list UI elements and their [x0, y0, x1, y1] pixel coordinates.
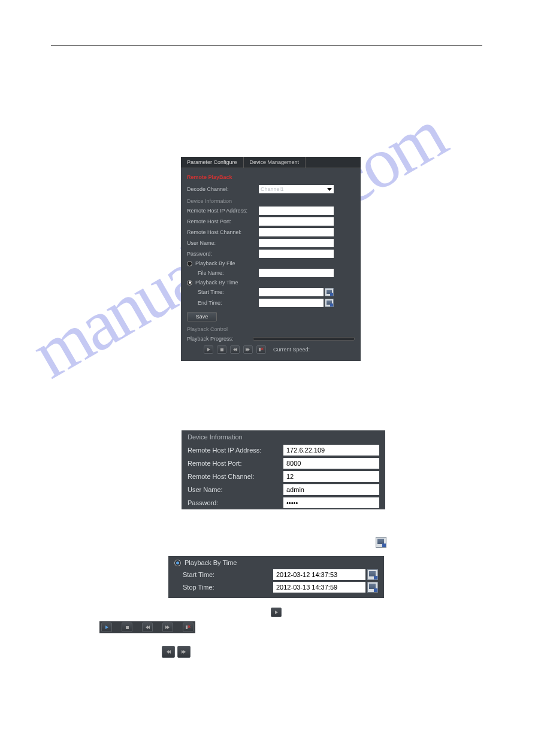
remote-playback-heading: Remote PlayBack [187, 174, 355, 180]
end-time-label: End Time: [187, 300, 259, 306]
playback-progress-label: Playback Progress: [187, 336, 253, 342]
calendar-icon[interactable] [325, 299, 334, 307]
playback-by-time-panel: Playback By Time Start Time: Stop Time: [168, 556, 384, 598]
rewind-button[interactable] [230, 345, 240, 354]
start-time-input[interactable] [259, 288, 324, 296]
start-time-label: Start Time: [187, 289, 259, 295]
rewind-icon [146, 626, 149, 629]
file-name-label: File Name: [187, 270, 259, 276]
user-name-input[interactable] [259, 239, 334, 247]
user-name-input[interactable] [283, 484, 379, 495]
stop-time-label: Stop Time: [174, 584, 273, 591]
user-name-label: User Name: [188, 486, 283, 493]
rewind-button[interactable] [142, 623, 153, 632]
fast-forward-button[interactable] [177, 646, 191, 658]
playback-control-heading: Playback Control [187, 326, 355, 332]
stop-button[interactable] [122, 623, 132, 632]
remote-host-ip-label: Remote Host IP Address: [188, 447, 283, 454]
play-icon [207, 348, 210, 351]
play-button[interactable] [204, 345, 213, 354]
mute-button[interactable] [256, 345, 266, 354]
play-button[interactable] [271, 608, 282, 617]
remote-host-ip-label: Remote Host IP Address: [187, 208, 259, 214]
playback-by-time-label: Playback By Time [195, 280, 238, 286]
remote-host-channel-input[interactable] [259, 228, 334, 236]
remote-host-port-input[interactable] [283, 458, 379, 469]
calendar-icon[interactable] [376, 537, 386, 548]
fast-forward-icon [182, 650, 186, 654]
calendar-icon[interactable] [367, 582, 378, 593]
remote-host-channel-label: Remote Host Channel: [187, 229, 259, 235]
decode-channel-value: Channel1 [261, 186, 284, 192]
chevron-down-icon [327, 188, 332, 191]
stop-time-input[interactable] [273, 582, 365, 593]
fast-forward-icon [246, 348, 250, 351]
playback-by-time-radio[interactable] [187, 280, 192, 286]
save-button[interactable]: Save [187, 312, 217, 321]
end-time-input[interactable] [259, 299, 324, 307]
rewind-icon [167, 650, 170, 654]
rewind-icon [233, 348, 237, 351]
parameter-configure-panel: Parameter Configure Device Management Re… [181, 157, 361, 361]
play-button[interactable] [101, 623, 112, 632]
calendar-icon[interactable] [367, 569, 378, 580]
password-input[interactable] [259, 250, 334, 258]
device-information-heading: Device Information [187, 198, 355, 204]
password-label: Password: [188, 499, 283, 506]
remote-host-ip-input[interactable] [283, 445, 379, 456]
playback-progress-bar[interactable] [253, 337, 355, 341]
device-information-panel: Device Information Remote Host IP Addres… [182, 430, 385, 509]
remote-host-port-label: Remote Host Port: [187, 218, 259, 224]
playback-by-time-label: Playback By Time [185, 559, 237, 566]
playback-by-time-radio[interactable] [174, 560, 181, 566]
mute-icon [259, 347, 264, 352]
stop-icon [220, 348, 223, 351]
playback-by-file-radio[interactable] [187, 261, 192, 266]
tab-device-management[interactable]: Device Management [244, 157, 306, 168]
remote-host-channel-input[interactable] [283, 471, 379, 482]
fast-forward-button[interactable] [243, 345, 253, 354]
speed-button-group [162, 646, 191, 658]
stop-icon [126, 626, 129, 629]
decode-channel-select[interactable]: Channel1 [259, 185, 334, 193]
playback-by-file-label: Playback By File [195, 260, 235, 266]
playback-control-strip [99, 621, 195, 633]
play-icon [275, 611, 278, 614]
user-name-label: User Name: [187, 240, 259, 246]
decode-channel-label: Decode Channel: [187, 186, 259, 192]
password-input[interactable] [283, 497, 379, 508]
remote-host-channel-label: Remote Host Channel: [188, 473, 283, 480]
mute-icon [186, 625, 191, 630]
device-information-heading: Device Information [182, 430, 385, 444]
tab-parameter-configure[interactable]: Parameter Configure [181, 157, 244, 168]
remote-host-port-label: Remote Host Port: [188, 460, 283, 467]
mute-button[interactable] [183, 623, 194, 632]
current-speed-label: Current Speed: [273, 347, 310, 353]
fast-forward-button[interactable] [162, 623, 173, 632]
rewind-button[interactable] [162, 646, 175, 658]
fast-forward-icon [166, 626, 170, 629]
start-time-label: Start Time: [174, 571, 273, 578]
play-icon [105, 626, 108, 629]
password-label: Password: [187, 251, 259, 257]
start-time-input[interactable] [273, 569, 365, 580]
file-name-input[interactable] [259, 269, 334, 277]
calendar-icon[interactable] [325, 288, 334, 296]
remote-host-ip-input[interactable] [259, 207, 334, 215]
remote-host-port-input[interactable] [259, 217, 334, 226]
stop-button[interactable] [217, 345, 226, 354]
